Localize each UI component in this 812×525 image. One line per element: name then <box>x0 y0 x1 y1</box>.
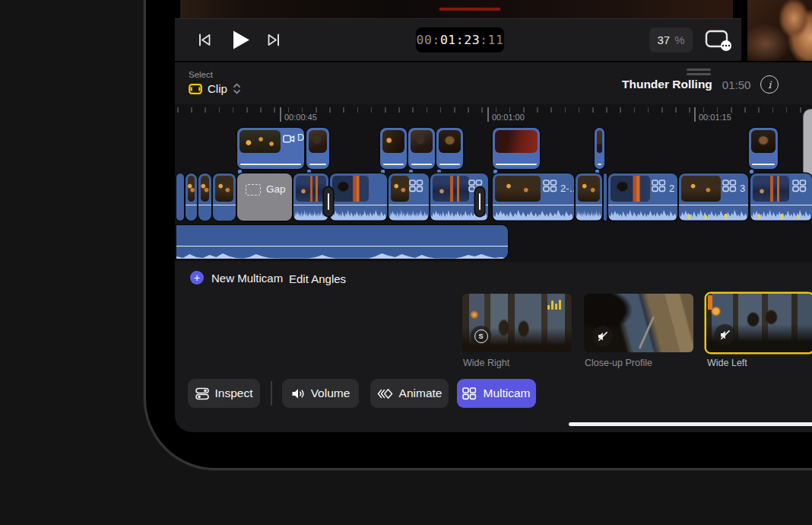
ruler-major-tick <box>694 107 696 122</box>
skip-forward-icon[interactable] <box>266 33 281 47</box>
multicam-angle-wide-right[interactable]: S <box>462 294 572 352</box>
audio-waveform <box>176 247 508 259</box>
muted-badge <box>715 324 735 345</box>
playback-speed-control[interactable]: 37 % <box>649 27 693 52</box>
timecode-frames: :11 <box>480 33 503 47</box>
clip-underline <box>752 164 775 166</box>
select-mode-dropdown[interactable]: Clip <box>189 82 241 95</box>
timeline-clip[interactable] <box>576 173 602 221</box>
skip-back-icon[interactable] <box>197 33 212 47</box>
timecode-hours: 00: <box>417 33 440 47</box>
multicam-angle-wide-left[interactable] <box>706 294 812 352</box>
clip-thumbnail <box>239 130 281 153</box>
timeline-clip[interactable] <box>604 173 607 221</box>
ruler-major-tick <box>280 107 281 122</box>
clip-thumbnail <box>332 176 369 202</box>
multicam-grid-icon <box>722 180 737 192</box>
multicam-button[interactable]: Multicam <box>457 379 536 408</box>
gap-clip[interactable]: Gap <box>237 173 292 221</box>
loud-audio-peak <box>688 215 690 219</box>
multicam-angle-closeup-profile[interactable] <box>584 294 693 352</box>
project-title: Thunder Rolling <box>622 78 712 91</box>
microphone-stand <box>638 316 654 348</box>
info-icon[interactable]: i <box>760 75 779 94</box>
audio-clip[interactable] <box>176 225 508 259</box>
timecode-display[interactable]: 00:01:23:11 <box>416 27 504 52</box>
angle-label: Wide Left <box>707 358 747 368</box>
timeline-clip[interactable] <box>186 173 197 221</box>
volume-line[interactable] <box>213 205 236 206</box>
inspect-button[interactable]: Inspect <box>188 379 260 408</box>
clip-thumbnail <box>495 130 538 153</box>
volume-line[interactable] <box>186 205 197 206</box>
connected-clip[interactable] <box>380 128 407 169</box>
audio-waveform <box>331 205 386 220</box>
multicam-grid-icon <box>543 180 557 192</box>
multicam-label: Multicam <box>483 387 530 400</box>
connected-clip-label: D <box>297 132 304 143</box>
speed-value: 37 <box>657 33 670 46</box>
connected-clip[interactable] <box>408 128 435 169</box>
gap-label: Gap <box>266 183 286 195</box>
clip-underline <box>439 164 460 166</box>
timeline-clip[interactable] <box>750 173 812 221</box>
video-camera-icon <box>283 134 295 144</box>
volume-line[interactable] <box>198 205 211 206</box>
audio-waveform <box>389 205 428 220</box>
timeline-clip[interactable] <box>330 173 387 221</box>
ruler-tick-label: 00:00:45 <box>284 113 317 122</box>
connected-clip[interactable] <box>749 128 778 169</box>
project-duration: 01:50 <box>722 78 751 91</box>
clip-connection-dot <box>750 170 753 173</box>
lamp-highlight <box>708 295 712 310</box>
horizontal-scrollbar[interactable] <box>569 422 812 426</box>
plus-icon: + <box>190 271 204 285</box>
timeline-clip[interactable] <box>176 173 184 221</box>
clip-underline <box>496 164 537 166</box>
clip-thumbnail <box>681 176 721 202</box>
timeline-clip[interactable]: 2-… <box>493 173 574 221</box>
connected-clip[interactable] <box>493 128 540 169</box>
volume-line[interactable] <box>176 246 508 247</box>
clip-underline <box>240 164 301 166</box>
edit-point-handle[interactable] <box>475 187 484 216</box>
clip-underline <box>383 164 404 166</box>
timeline-clip[interactable] <box>213 173 236 221</box>
gap-icon <box>246 184 261 196</box>
viewer-overlay-options-icon[interactable] <box>704 29 733 52</box>
timeline-scroll-handle[interactable] <box>803 109 812 179</box>
edit-point-handle[interactable] <box>324 187 333 216</box>
multicam-grid-icon <box>652 180 666 192</box>
audio-source-badge: S <box>471 326 491 346</box>
muted-speaker-icon <box>720 329 731 340</box>
connected-clip[interactable] <box>595 128 604 169</box>
new-multicam-button[interactable]: + New Multicam <box>190 271 283 285</box>
timeline-clip[interactable]: 2 <box>608 173 677 221</box>
circled-s-icon: S <box>474 329 488 343</box>
screenshot-canvas: 00:01:23:11 37 % Select Clip Thunder Rol… <box>0 0 812 525</box>
inspect-label: Inspect <box>215 387 253 400</box>
animate-button[interactable]: Animate <box>370 379 449 408</box>
loud-audio-peak <box>798 215 800 219</box>
timeline-clip[interactable]: 3 <box>679 173 748 221</box>
clip-role-icon <box>189 84 202 94</box>
timeline-clip[interactable] <box>198 173 211 221</box>
loud-audio-peak <box>725 214 727 219</box>
connected-clip[interactable] <box>436 128 463 169</box>
multicam-grid-icon <box>462 387 477 400</box>
volume-label: Volume <box>311 387 350 400</box>
volume-button[interactable]: Volume <box>282 379 359 408</box>
clip-thumbnail <box>578 176 600 202</box>
viewer-video-strip <box>180 0 733 18</box>
play-button[interactable] <box>232 30 251 50</box>
clip-thumbnail <box>391 176 409 202</box>
toolbar-divider <box>271 381 272 406</box>
clip-thumbnail <box>382 130 404 153</box>
edit-angles-button[interactable]: Edit Angles <box>289 272 346 285</box>
timeline-clip[interactable] <box>389 173 429 221</box>
connected-clip[interactable] <box>306 128 329 169</box>
select-mode-value: Clip <box>208 82 227 95</box>
timeline-ruler[interactable] <box>177 107 812 113</box>
connected-clip[interactable]: D <box>237 128 304 169</box>
clip-thumbnail <box>753 176 789 202</box>
